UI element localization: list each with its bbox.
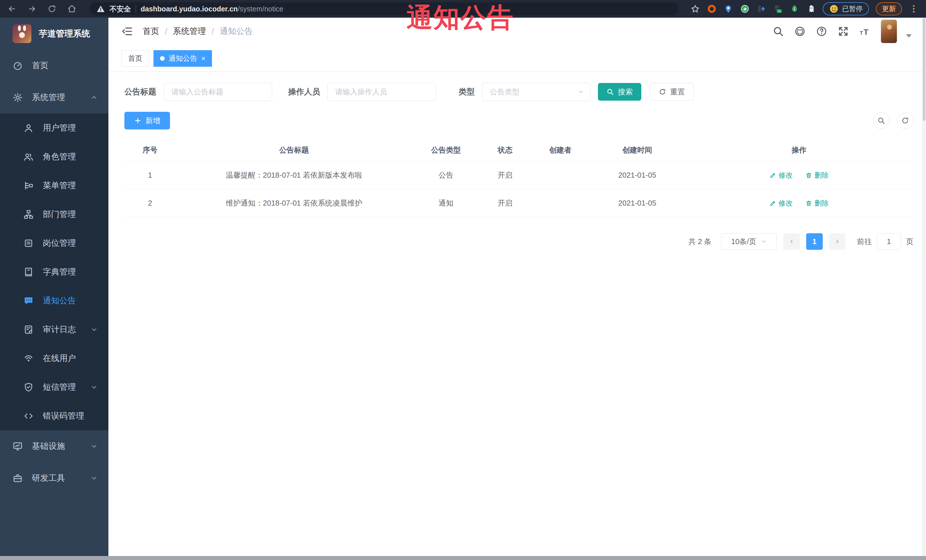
tags-view-bar: 首页 通知公告 × xyxy=(108,45,926,72)
delete-label: 删除 xyxy=(814,198,829,208)
url-host: dashboard.yudao.iocoder.cn xyxy=(141,5,238,13)
bookmark-star-icon[interactable] xyxy=(690,4,700,14)
svg-text:on: on xyxy=(778,10,781,12)
forward-icon[interactable] xyxy=(27,4,36,14)
tab-home[interactable]: 首页 xyxy=(121,50,149,67)
avatar-caret-down-icon[interactable] xyxy=(903,30,915,41)
scrollbar-thumb[interactable] xyxy=(923,18,925,121)
operator-input[interactable] xyxy=(327,83,436,101)
font-size-icon[interactable]: TT xyxy=(859,26,871,37)
show-search-button[interactable] xyxy=(873,112,890,129)
prev-page-button[interactable] xyxy=(783,233,800,250)
not-secure-warning-icon[interactable] xyxy=(97,5,105,13)
sidebar-item-posts[interactable]: 岗位管理 xyxy=(0,229,108,258)
delete-button[interactable]: 删除 xyxy=(805,171,829,180)
security-label[interactable]: 不安全 xyxy=(109,4,131,14)
sidebar-item-system[interactable]: 系统管理 xyxy=(0,82,108,113)
user-avatar[interactable] xyxy=(881,20,897,43)
edit-pencil-icon xyxy=(769,200,776,207)
column-header-status: 状态 xyxy=(480,145,531,155)
github-icon[interactable] xyxy=(794,26,806,37)
tab-notice[interactable]: 通知公告 × xyxy=(153,50,212,67)
sidebar-item-infra[interactable]: 基础设施 xyxy=(0,430,108,462)
add-button[interactable]: 新增 xyxy=(124,112,170,130)
post-icon xyxy=(23,238,34,248)
sidebar-item-label: 在线用户 xyxy=(43,353,76,364)
extension-blue-pin-icon[interactable] xyxy=(723,4,733,14)
home-icon[interactable] xyxy=(67,4,76,14)
reset-button[interactable]: 重置 xyxy=(650,83,694,101)
extension-orange-ring-icon[interactable] xyxy=(707,4,717,14)
sidebar-item-roles[interactable]: 角色管理 xyxy=(0,142,108,171)
sidebar-item-label: 菜单管理 xyxy=(43,180,76,191)
goto-page-input[interactable] xyxy=(877,233,901,250)
tab-label: 首页 xyxy=(128,54,142,63)
sidebar-item-users[interactable]: 用户管理 xyxy=(0,113,108,142)
infra-icon xyxy=(12,441,23,451)
search-icon[interactable] xyxy=(773,26,784,37)
edit-button[interactable]: 修改 xyxy=(769,198,793,208)
sidebar-item-label: 岗位管理 xyxy=(43,237,76,249)
sidebar-item-devtools[interactable]: 研发工具 xyxy=(0,462,108,494)
sidebar-item-dict[interactable]: 字典管理 xyxy=(0,258,108,286)
sidebar-logo[interactable]: 芋道管理系统 xyxy=(0,18,108,50)
sidebar-fold-icon[interactable] xyxy=(121,26,133,37)
sidebar-item-label: 部门管理 xyxy=(43,209,76,220)
search-button[interactable]: 搜索 xyxy=(598,83,641,101)
update-button[interactable]: 更新 xyxy=(876,2,902,15)
tool-icon xyxy=(12,473,23,483)
breadcrumb-system[interactable]: 系统管理 xyxy=(173,26,206,37)
sidebar-item-notice[interactable]: 通知公告 xyxy=(0,286,108,315)
sidebar-item-home[interactable]: 首页 xyxy=(0,50,108,82)
column-header-created-at: 创建时间 xyxy=(590,145,685,155)
cell-index: 1 xyxy=(124,171,176,180)
extension-on-badge-icon[interactable]: on xyxy=(773,4,783,14)
peoples-icon xyxy=(23,152,34,162)
fullscreen-icon[interactable] xyxy=(838,26,849,37)
extension-green-circle-icon[interactable] xyxy=(740,4,750,14)
profile-paused-pill[interactable]: 已暂停 xyxy=(823,2,869,15)
caret-down-icon xyxy=(90,383,98,391)
edit-button[interactable]: 修改 xyxy=(769,171,793,180)
notice-title-input[interactable] xyxy=(164,83,272,101)
extension-blue-diamond-icon[interactable] xyxy=(757,4,766,14)
page-size-select[interactable]: 10条/页 xyxy=(721,233,777,250)
back-icon[interactable] xyxy=(8,4,17,14)
column-header-type: 公告类型 xyxy=(413,145,480,155)
extension-green-leaf-icon[interactable] xyxy=(790,4,799,14)
sidebar-item-error-code[interactable]: 错误码管理 xyxy=(0,402,108,430)
next-page-button[interactable] xyxy=(829,233,846,250)
type-select[interactable]: 公告类型 xyxy=(482,83,590,101)
refresh-icon xyxy=(901,116,909,125)
breadcrumb-separator: / xyxy=(212,27,214,36)
sidebar-item-sms[interactable]: 短信管理 xyxy=(0,373,108,402)
breadcrumb-home[interactable]: 首页 xyxy=(143,26,159,37)
sidebar-item-online-users[interactable]: 在线用户 xyxy=(0,344,108,373)
sidebar-item-label: 研发工具 xyxy=(32,472,65,484)
reload-icon[interactable] xyxy=(47,4,56,14)
cell-index: 2 xyxy=(124,199,176,208)
delete-button[interactable]: 删除 xyxy=(805,198,829,208)
update-label: 更新 xyxy=(882,4,896,14)
online-icon xyxy=(23,353,34,364)
browser-nav xyxy=(8,4,76,14)
sidebar-item-depts[interactable]: 部门管理 xyxy=(0,200,108,229)
chevron-down-icon xyxy=(760,238,767,245)
help-icon[interactable] xyxy=(816,26,827,37)
sidebar-menu: 首页 系统管理 用户管理 角色管理 xyxy=(0,50,108,494)
sidebar-item-audit-log[interactable]: 审计日志 xyxy=(0,315,108,344)
browser-menu-icon[interactable] xyxy=(909,4,918,14)
tab-close-icon[interactable]: × xyxy=(201,55,206,62)
table-header: 序号 公告标题 公告类型 状态 创建者 创建时间 操作 xyxy=(124,139,914,162)
sidebar-item-label: 字典管理 xyxy=(43,266,76,278)
refresh-table-button[interactable] xyxy=(897,112,914,129)
cell-type: 公告 xyxy=(413,170,480,180)
url-text[interactable]: dashboard.yudao.iocoder.cn/system/notice xyxy=(141,5,283,13)
page-number-button[interactable]: 1 xyxy=(806,233,823,250)
add-button-label: 新增 xyxy=(145,116,160,126)
sidebar-item-label: 首页 xyxy=(32,60,48,71)
vertical-scrollbar[interactable] xyxy=(922,18,926,556)
sidebar-item-menus[interactable]: 菜单管理 xyxy=(0,171,108,200)
address-bar[interactable]: 不安全 dashboard.yudao.iocoder.cn/system/no… xyxy=(89,2,679,15)
extension-white-ghost-icon[interactable] xyxy=(806,4,816,14)
